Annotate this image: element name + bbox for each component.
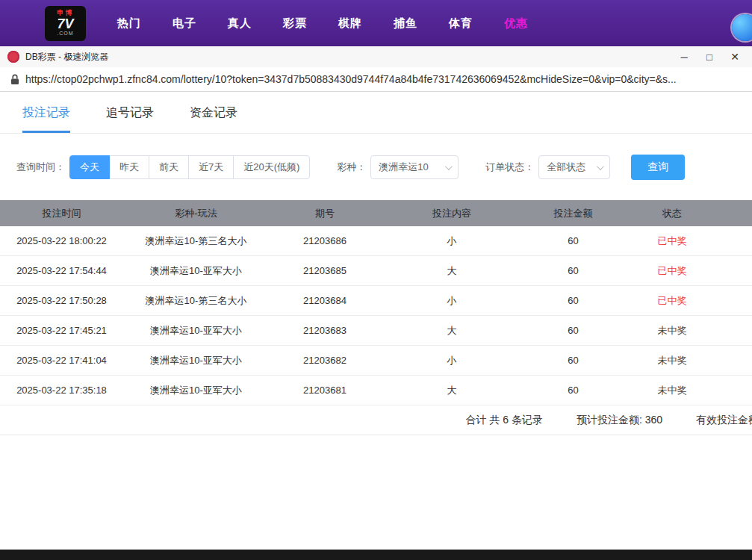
cell-issue: 21203686: [269, 235, 381, 246]
logo-text-main: 7V: [57, 17, 73, 31]
time-filter-label: 查询时间：: [16, 161, 65, 174]
lock-icon: [10, 74, 19, 85]
nav-item-promo[interactable]: 优惠: [504, 16, 528, 31]
lottery-select-value: 澳洲幸运10: [379, 161, 428, 174]
bet-records-table: 投注时间 彩种-玩法 期号 投注内容 投注金额 状态 2025-03-22 18…: [0, 200, 752, 435]
status-select-value: 全部状态: [547, 161, 585, 174]
cell-issue: 21203684: [269, 295, 381, 306]
main-nav: 热门 电子 真人 彩票 棋牌 捕鱼 体育 优惠: [117, 16, 559, 31]
cell-content: 小: [381, 294, 523, 308]
site-logo[interactable]: 申博 7V .COM: [45, 6, 86, 41]
filter-bar: 查询时间： 今天 昨天 前天 近7天 近20天(低频) 彩种： 澳洲幸运10 订…: [16, 155, 752, 180]
status-filter-label: 订单状态：: [485, 161, 534, 174]
col-header-issue: 期号: [269, 207, 381, 220]
table-row: 2025-03-22 17:41:04 澳洲幸运10-亚军大小 21203682…: [0, 346, 752, 376]
cell-issue: 21203681: [269, 385, 381, 396]
taskbar-strip: [0, 550, 752, 560]
order-status-select[interactable]: 全部状态: [538, 155, 610, 179]
cell-amount: 60: [523, 385, 624, 396]
cell-bet-time: 2025-03-22 17:54:44: [0, 265, 123, 276]
time-option-today[interactable]: 今天: [69, 155, 110, 179]
cell-content: 大: [381, 384, 523, 397]
col-header-amount: 投注金额: [523, 207, 624, 220]
url-text: https://ctop02pchwp1.zfnc84.com/lottery/…: [25, 73, 677, 85]
summary-valid-amount: 有效投注金额:: [696, 414, 752, 427]
records-summary: 合计 共 6 条记录 预计投注金额: 360 有效投注金额:: [0, 405, 752, 435]
table-row: 2025-03-22 17:45:21 澳洲幸运10-亚军大小 21203683…: [0, 316, 752, 346]
cell-amount: 60: [523, 295, 624, 306]
cell-amount: 60: [523, 265, 624, 276]
cell-status: 已中奖: [624, 234, 721, 248]
col-header-content: 投注内容: [381, 207, 523, 220]
maximize-button[interactable]: □: [697, 48, 722, 66]
cell-content: 小: [381, 234, 523, 248]
cell-amount: 60: [523, 325, 624, 336]
close-button[interactable]: ✕: [722, 48, 748, 66]
nav-item-sports[interactable]: 体育: [449, 16, 473, 31]
cell-status: 未中奖: [624, 354, 721, 367]
site-favicon-icon: [7, 51, 19, 63]
table-row: 2025-03-22 18:00:22 澳洲幸运10-第三名大小 2120368…: [0, 226, 752, 256]
chevron-down-icon: [445, 163, 453, 170]
address-bar[interactable]: https://ctop02pchwp1.zfnc84.com/lottery/…: [0, 67, 752, 92]
cell-game: 澳洲幸运10-第三名大小: [123, 234, 269, 248]
cell-status: 未中奖: [624, 384, 721, 397]
time-option-20days[interactable]: 近20天(低频): [233, 155, 310, 179]
cell-issue: 21203683: [269, 325, 381, 336]
nav-item-board[interactable]: 棋牌: [338, 16, 362, 31]
cell-content: 小: [381, 354, 523, 367]
time-option-day-before[interactable]: 前天: [149, 155, 189, 179]
lottery-filter-label: 彩种：: [337, 161, 366, 174]
col-header-time: 投注时间: [0, 207, 123, 220]
summary-total-records: 合计 共 6 条记录: [466, 414, 543, 427]
cell-bet-time: 2025-03-22 17:41:04: [0, 355, 123, 366]
cell-amount: 60: [523, 235, 624, 246]
app-window: 申博 7V .COM 热门 电子 真人 彩票 棋牌 捕鱼 体育 优惠 DB彩票 …: [0, 0, 752, 560]
cell-bet-time: 2025-03-22 18:00:22: [0, 235, 123, 246]
window-title: DB彩票 - 极速浏览器: [25, 51, 671, 63]
table-header-row: 投注时间 彩种-玩法 期号 投注内容 投注金额 状态: [0, 200, 752, 226]
window-controls: ─ □ ✕: [671, 48, 748, 66]
window-title-bar: DB彩票 - 极速浏览器 ─ □ ✕: [0, 46, 752, 67]
cell-content: 大: [381, 324, 523, 337]
time-range-group: 今天 昨天 前天 近7天 近20天(低频): [69, 155, 310, 179]
minimize-button[interactable]: ─: [671, 48, 697, 66]
cell-bet-time: 2025-03-22 17:50:28: [0, 295, 123, 306]
cell-amount: 60: [523, 355, 624, 366]
nav-item-lottery[interactable]: 彩票: [283, 16, 307, 31]
chevron-down-icon: [597, 163, 604, 170]
col-header-status: 状态: [624, 207, 721, 220]
cell-game: 澳洲幸运10-亚军大小: [123, 264, 269, 278]
cell-status: 未中奖: [624, 324, 721, 337]
cell-bet-time: 2025-03-22 17:35:18: [0, 385, 123, 396]
cell-game: 澳洲幸运10-第三名大小: [123, 294, 269, 308]
time-option-7days[interactable]: 近7天: [188, 155, 234, 179]
cell-issue: 21203682: [269, 355, 381, 366]
cell-content: 大: [381, 264, 523, 278]
cell-issue: 21203685: [269, 265, 381, 276]
cell-game: 澳洲幸运10-亚军大小: [123, 354, 269, 367]
summary-expected-amount: 预计投注金额: 360: [577, 414, 662, 427]
cell-game: 澳洲幸运10-亚军大小: [123, 384, 269, 397]
site-header: 申博 7V .COM 热门 电子 真人 彩票 棋牌 捕鱼 体育 优惠: [0, 0, 752, 46]
query-button[interactable]: 查询: [631, 155, 685, 180]
nav-item-slots[interactable]: 电子: [173, 16, 196, 31]
table-row: 2025-03-22 17:50:28 澳洲幸运10-第三名大小 2120368…: [0, 286, 752, 316]
customer-service-icon[interactable]: [732, 14, 752, 41]
cell-game: 澳洲幸运10-亚军大小: [123, 324, 269, 337]
table-row: 2025-03-22 17:35:18 澳洲幸运10-亚军大小 21203681…: [0, 376, 752, 405]
nav-item-fishing[interactable]: 捕鱼: [394, 16, 417, 31]
table-row: 2025-03-22 17:54:44 澳洲幸运10-亚军大小 21203685…: [0, 256, 752, 286]
lottery-select[interactable]: 澳洲幸运10: [370, 155, 459, 179]
col-header-game: 彩种-玩法: [123, 207, 269, 220]
record-tabs: 投注记录 追号记录 资金记录: [0, 92, 752, 134]
tab-fund-records[interactable]: 资金记录: [190, 105, 237, 133]
nav-item-live[interactable]: 真人: [228, 16, 252, 31]
cell-bet-time: 2025-03-22 17:45:21: [0, 325, 123, 336]
nav-item-hot[interactable]: 热门: [117, 16, 141, 31]
cell-status: 已中奖: [624, 294, 721, 308]
tab-bet-records[interactable]: 投注记录: [22, 105, 70, 133]
cell-status: 已中奖: [624, 264, 721, 278]
tab-chase-records[interactable]: 追号记录: [106, 105, 154, 133]
time-option-yesterday[interactable]: 昨天: [109, 155, 149, 179]
